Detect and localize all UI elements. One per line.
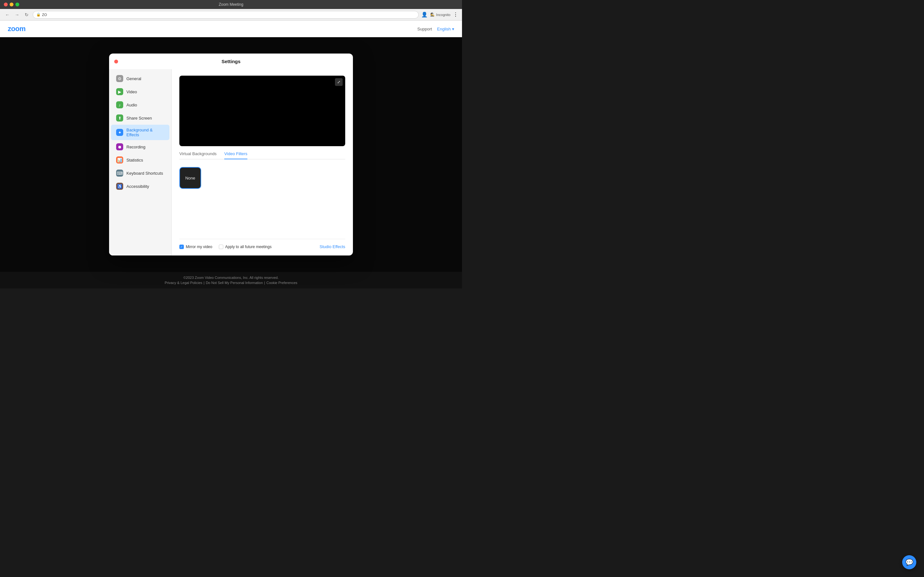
lock-icon: 🔒	[36, 13, 41, 17]
menu-icon[interactable]: ⋮	[453, 11, 458, 18]
filter-none[interactable]: None	[179, 167, 201, 189]
zoom-header-right: Support English ▾	[417, 27, 454, 31]
window-title: Zoom Meeting	[219, 2, 244, 7]
address-bar[interactable]: 🔒 ZO	[33, 11, 419, 19]
audio-icon: ♪	[116, 101, 123, 108]
modal-close-button[interactable]	[114, 60, 118, 63]
filter-area: None	[179, 164, 345, 239]
modal-title-bar: Settings	[109, 53, 353, 69]
apply-future-checkbox[interactable]	[219, 245, 223, 249]
browser-content: zoom Support English ▾	[0, 21, 462, 288]
sidebar-label-accessibility: Accessibility	[126, 184, 149, 189]
sidebar-label-keyboard-shortcuts: Keyboard Shortcuts	[126, 171, 163, 176]
check-icon: ✓	[180, 245, 183, 248]
keyboard-shortcuts-icon: ⌨	[116, 169, 123, 177]
video-icon: ▶	[116, 88, 123, 95]
sidebar-item-statistics[interactable]: 📊 Statistics	[111, 153, 170, 166]
accessibility-icon: ♿	[116, 183, 123, 190]
sidebar-label-share-screen: Share Screen	[126, 116, 152, 121]
sidebar-label-video: Video	[126, 89, 137, 94]
footer-links: Privacy & Legal Policies | Do Not Sell M…	[4, 281, 458, 285]
traffic-lights	[4, 3, 19, 6]
share-screen-icon: ⬆	[116, 114, 123, 121]
close-traffic-light[interactable]	[4, 3, 8, 6]
sidebar-item-recording[interactable]: ⏺ Recording	[111, 140, 170, 153]
video-expand-button[interactable]: ⤢	[335, 78, 342, 86]
refresh-button[interactable]: ↻	[23, 11, 30, 18]
separator-1: |	[204, 281, 205, 285]
sidebar-label-recording: Recording	[126, 145, 145, 149]
mirror-video-checkbox[interactable]: ✓	[179, 245, 184, 249]
sidebar-item-share-screen[interactable]: ⬆ Share Screen	[111, 111, 170, 124]
do-not-sell-link[interactable]: Do Not Sell My Personal Information	[206, 281, 263, 285]
browser-toolbar: ← → ↻ 🔒 ZO 👤 🕵 Incognito ⋮	[0, 9, 462, 21]
modal-body: ⚙ General ▶ Video ♪	[109, 69, 353, 255]
tab-virtual-backgrounds[interactable]: Virtual Backgrounds	[179, 151, 216, 159]
browser-window: Zoom Meeting ← → ↻ 🔒 ZO 👤 🕵 Incognito ⋮ …	[0, 0, 462, 288]
recording-icon: ⏺	[116, 143, 123, 150]
chevron-down-icon: ▾	[452, 27, 454, 31]
separator-2: |	[264, 281, 265, 285]
expand-icon: ⤢	[337, 80, 341, 84]
sidebar-label-general: General	[126, 76, 141, 81]
sidebar-item-audio[interactable]: ♪ Audio	[111, 98, 170, 111]
mirror-video-group: ✓ Mirror my video	[179, 245, 212, 249]
support-link[interactable]: Support	[417, 27, 432, 31]
zoom-main-content: Settings ⚙ General	[0, 37, 462, 272]
tab-video-filters[interactable]: Video Filters	[224, 151, 247, 159]
maximize-traffic-light[interactable]	[15, 3, 19, 6]
minimize-traffic-light[interactable]	[10, 3, 13, 6]
settings-main-content: ⤢ Virtual Backgrounds Video Filt	[172, 69, 353, 255]
modal-overlay: Settings ⚙ General	[0, 37, 462, 272]
incognito-label: Incognito	[436, 13, 451, 17]
settings-sidebar: ⚙ General ▶ Video ♪	[109, 69, 172, 255]
sidebar-item-keyboard-shortcuts[interactable]: ⌨ Keyboard Shortcuts	[111, 167, 170, 179]
sidebar-item-video[interactable]: ▶ Video	[111, 85, 170, 98]
zoom-logo: zoom	[8, 25, 25, 33]
language-dropdown[interactable]: English ▾	[437, 27, 454, 31]
cookie-preferences-link[interactable]: Cookie Preferences	[266, 281, 297, 285]
settings-modal: Settings ⚙ General	[109, 53, 353, 255]
incognito-icon: 🕵	[430, 13, 435, 17]
person-icon: 👤	[421, 11, 428, 18]
sidebar-label-statistics: Statistics	[126, 158, 143, 163]
background-effects-icon: ✦	[116, 129, 123, 136]
title-bar: Zoom Meeting	[0, 0, 462, 9]
zoom-header: zoom Support English ▾	[0, 21, 462, 37]
sidebar-item-accessibility[interactable]: ♿ Accessibility	[111, 180, 170, 193]
sidebar-label-audio: Audio	[126, 103, 137, 107]
apply-future-label: Apply to all future meetings	[225, 245, 272, 249]
mirror-video-label: Mirror my video	[186, 245, 212, 249]
tab-bar: Virtual Backgrounds Video Filters	[179, 151, 345, 159]
forward-button[interactable]: →	[13, 11, 21, 18]
sidebar-item-background-effects[interactable]: ✦ Background & Effects	[111, 125, 170, 140]
sidebar-label-background-effects: Background & Effects	[126, 127, 164, 137]
page-footer: ©2023 Zoom Video Communications, Inc. Al…	[0, 272, 462, 288]
modal-title: Settings	[221, 59, 240, 64]
zoom-website: zoom Support English ▾	[0, 21, 462, 288]
copyright-text: ©2023 Zoom Video Communications, Inc. Al…	[4, 276, 458, 279]
footer-controls: ✓ Mirror my video Apply to all future me…	[179, 239, 345, 249]
browser-right-controls: 👤 🕵 Incognito ⋮	[421, 11, 458, 18]
video-preview: ⤢	[179, 76, 345, 146]
sidebar-item-general[interactable]: ⚙ General	[111, 72, 170, 85]
filter-none-label: None	[185, 176, 195, 181]
studio-effects-link[interactable]: Studio Effects	[320, 244, 345, 249]
general-icon: ⚙	[116, 75, 123, 82]
incognito-badge: 🕵 Incognito	[430, 13, 451, 17]
privacy-link[interactable]: Privacy & Legal Policies	[165, 281, 202, 285]
language-label: English	[437, 27, 451, 31]
statistics-icon: 📊	[116, 156, 123, 163]
back-button[interactable]: ←	[4, 11, 11, 18]
address-text: ZO	[42, 13, 47, 17]
apply-future-group: Apply to all future meetings	[219, 245, 272, 249]
